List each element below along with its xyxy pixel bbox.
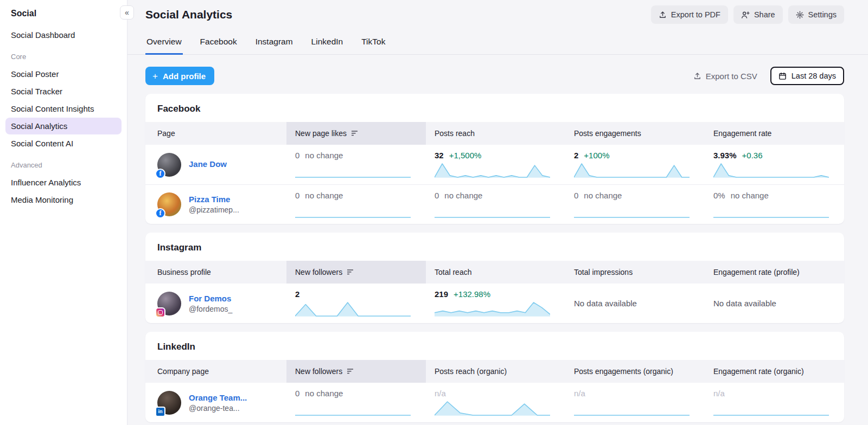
profile-handle: @pizzatimep... <box>189 205 239 214</box>
metric-delta: no change <box>444 191 482 200</box>
avatar: in <box>157 391 181 415</box>
metric-cell: 2 <box>286 284 426 323</box>
metric-cell: 3.93%+0.36 <box>705 145 844 184</box>
column-header-engagement-rate-profile[interactable]: Engagement rate (profile) <box>705 261 844 284</box>
sidebar-section-core: Core <box>5 44 122 65</box>
sparkline-chart <box>295 162 411 178</box>
column-header-company-page[interactable]: Company page <box>145 360 286 383</box>
profile-cell: in Orange Team... @orange-tea... <box>145 383 286 422</box>
toolbar: + Add profile Export to CSV Last 28 days <box>145 67 844 85</box>
profile-link[interactable]: Jane Dow <box>189 159 227 169</box>
avatar <box>157 292 181 315</box>
profile-handle: @fordemos_ <box>189 305 232 313</box>
upload-icon <box>659 11 667 19</box>
sidebar-item-influencer-analytics[interactable]: Influencer Analytics <box>5 174 122 191</box>
table-row: in Orange Team... @orange-tea... 0no cha… <box>145 383 844 422</box>
facebook-card: Facebook Page New page likes Posts reach… <box>145 94 844 224</box>
sparkline-chart <box>435 202 550 218</box>
column-header-posts-engagements[interactable]: Posts engagements <box>565 122 705 145</box>
table-row: f Jane Dow 0no change 32+1,500% 2+10 <box>145 145 844 184</box>
share-label: Share <box>754 10 775 19</box>
date-range-label: Last 28 days <box>792 72 836 80</box>
sidebar-item-social-content-insights[interactable]: Social Content Insights <box>5 100 122 117</box>
metric-delta: no change <box>305 191 343 200</box>
app-root: Social « Social Dashboard Core Social Po… <box>0 0 868 425</box>
calendar-icon <box>778 72 787 80</box>
plus-icon: + <box>152 72 158 81</box>
tab-facebook[interactable]: Facebook <box>199 33 238 55</box>
add-profile-button[interactable]: + Add profile <box>145 67 214 85</box>
sidebar-item-social-analytics[interactable]: Social Analytics <box>5 118 122 134</box>
metric-cell: 0no change <box>286 145 426 184</box>
tab-instagram[interactable]: Instagram <box>254 33 294 55</box>
date-range-button[interactable]: Last 28 days <box>770 67 844 85</box>
sidebar: Social « Social Dashboard Core Social Po… <box>0 0 127 425</box>
collapse-sidebar-button[interactable]: « <box>120 5 134 20</box>
metric-value: n/a <box>713 389 725 398</box>
table-header: Page New page likes Posts reach Posts en… <box>145 122 844 145</box>
main-content: Social Analytics Export to PDF Share <box>127 0 868 425</box>
sparkline-chart <box>574 162 690 178</box>
metric-value: 32 <box>435 151 444 160</box>
settings-label: Settings <box>808 10 837 19</box>
export-csv-label: Export to CSV <box>706 72 757 81</box>
metric-delta: +0.36 <box>742 151 763 160</box>
column-header-total-reach[interactable]: Total reach <box>426 261 565 284</box>
column-header-engagement-rate[interactable]: Engagement rate <box>705 122 844 145</box>
instagram-badge-icon <box>155 307 165 318</box>
sort-icon <box>352 131 358 136</box>
column-header-new-page-likes[interactable]: New page likes <box>286 122 426 145</box>
settings-button[interactable]: Settings <box>788 5 844 24</box>
sort-icon <box>347 369 354 374</box>
column-header-posts-reach[interactable]: Posts reach <box>426 122 565 145</box>
sparkline-chart <box>713 400 829 416</box>
sidebar-item-social-tracker[interactable]: Social Tracker <box>5 83 122 100</box>
column-header-page[interactable]: Page <box>145 122 286 145</box>
sparkline-chart <box>435 162 550 178</box>
sidebar-item-social-poster[interactable]: Social Poster <box>5 66 122 82</box>
column-header-engagement-rate-organic[interactable]: Engagement rate (organic) <box>705 360 844 383</box>
profile-link[interactable]: Pizza Time <box>189 195 239 204</box>
share-person-icon <box>741 11 750 19</box>
export-csv-button[interactable]: Export to CSV <box>693 72 757 81</box>
tab-tiktok[interactable]: TikTok <box>360 33 386 55</box>
column-header-posts-engagements-organic[interactable]: Posts engagements (organic) <box>565 360 705 383</box>
table-row: f Pizza Time @pizzatimep... 0no change 0… <box>145 184 844 224</box>
column-header-new-followers[interactable]: New followers <box>286 360 426 383</box>
sidebar-item-media-monitoring[interactable]: Media Monitoring <box>5 191 122 208</box>
profile-link[interactable]: Orange Team... <box>189 393 247 402</box>
table-header: Company page New followers Posts reach (… <box>145 360 844 383</box>
sparkline-chart <box>713 162 829 178</box>
share-button[interactable]: Share <box>733 5 783 24</box>
sparkline-chart <box>574 202 690 218</box>
column-header-total-impressions[interactable]: Total impressions <box>565 261 705 284</box>
upload-icon <box>693 72 701 80</box>
column-header-business-profile[interactable]: Business profile <box>145 261 286 284</box>
column-header-label: New followers <box>295 268 342 276</box>
column-header-posts-reach-organic[interactable]: Posts reach (organic) <box>426 360 565 383</box>
export-pdf-button[interactable]: Export to PDF <box>651 5 728 24</box>
metric-cell: 2+100% <box>565 145 705 184</box>
sidebar-item-social-dashboard[interactable]: Social Dashboard <box>5 27 122 43</box>
metric-cell: 32+1,500% <box>426 145 565 184</box>
metric-delta: no change <box>584 191 622 200</box>
metric-cell: 0no change <box>426 185 565 224</box>
header-actions: Export to PDF Share Settings <box>651 5 844 24</box>
profile-cell: For Demos @fordemos_ <box>145 284 286 323</box>
no-data-label: No data available <box>574 299 690 308</box>
sparkline-chart <box>295 202 411 218</box>
sidebar-item-social-content-ai[interactable]: Social Content AI <box>5 135 122 152</box>
gear-icon <box>796 11 804 19</box>
column-header-new-followers[interactable]: New followers <box>286 261 426 284</box>
metric-cell: 0%no change <box>705 185 844 224</box>
page-title: Social Analytics <box>145 8 232 21</box>
metric-cell: 0no change <box>286 383 426 422</box>
metric-value: 0 <box>295 151 299 160</box>
tab-overview[interactable]: Overview <box>145 33 183 55</box>
table-row: For Demos @fordemos_ 2 219+132.98% No da… <box>145 284 844 323</box>
metric-value: 2 <box>295 289 299 299</box>
tab-linkedin[interactable]: LinkedIn <box>310 33 344 55</box>
profile-link[interactable]: For Demos <box>189 294 232 303</box>
column-header-label: New page likes <box>295 129 347 138</box>
add-profile-label: Add profile <box>163 72 206 81</box>
